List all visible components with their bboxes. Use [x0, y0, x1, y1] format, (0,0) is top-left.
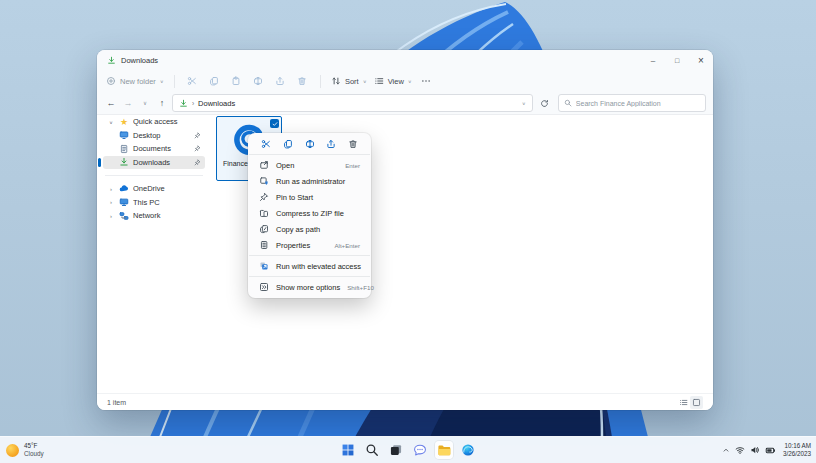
battery-icon[interactable]	[765, 445, 776, 456]
selection-checkbox[interactable]	[270, 119, 279, 128]
menu-item-show-more-options[interactable]: Show more options Shift+F10	[251, 279, 368, 295]
context-menu-quick-actions	[248, 136, 371, 152]
expand-chevron-icon[interactable]: ›	[107, 186, 115, 192]
address-input[interactable]: › Downloads ∨	[172, 94, 533, 112]
task-view-button[interactable]	[387, 441, 405, 459]
sidebar-item-quick-access[interactable]: ∨ ★ Quick access	[103, 115, 205, 129]
clock-date: 3/26/2023	[783, 450, 811, 458]
up-button[interactable]: ↑	[155, 96, 169, 111]
status-bar: 1 item	[97, 393, 713, 410]
menu-item-run-with-elevated-access[interactable]: Run with elevated access	[251, 258, 368, 274]
search-button[interactable]	[363, 441, 381, 459]
search-input[interactable]	[576, 100, 700, 107]
sidebar-item-documents[interactable]: Documents	[103, 142, 205, 156]
new-folder-button[interactable]: New folder ∨	[106, 76, 164, 86]
menu-separator	[249, 255, 370, 256]
wifi-icon[interactable]	[735, 445, 745, 455]
view-label: View	[388, 77, 404, 86]
expand-chevron-icon[interactable]: ›	[107, 199, 115, 205]
run-as-administrator-icon	[259, 176, 269, 186]
file-explorer-button[interactable]	[435, 441, 453, 459]
titlebar: Downloads – □ ×	[97, 50, 713, 70]
chat-button[interactable]	[411, 441, 429, 459]
downloads-icon	[107, 56, 116, 65]
view-button[interactable]: View ∨	[374, 76, 412, 86]
sidebar-item-downloads[interactable]: Downloads	[103, 156, 205, 170]
chevron-down-icon: ∨	[363, 79, 367, 84]
minimize-button[interactable]: –	[641, 50, 665, 70]
search-box	[558, 94, 706, 112]
navigation-pane: ∨ ★ Quick access Desktop Documents	[97, 115, 209, 394]
share-button[interactable]	[273, 74, 288, 89]
menu-item-open[interactable]: Open Enter	[251, 157, 368, 173]
menu-item-shortcut: Alt+Enter	[334, 242, 360, 249]
onedrive-icon	[119, 184, 129, 194]
copy-button[interactable]	[207, 74, 222, 89]
check-icon	[272, 121, 278, 127]
menu-item-label: Pin to Start	[276, 193, 313, 202]
sidebar-separator	[105, 175, 203, 176]
sort-button[interactable]: Sort ∨	[331, 76, 367, 86]
address-dropdown-icon[interactable]: ∨	[522, 101, 526, 106]
edge-button[interactable]	[459, 441, 477, 459]
expand-chevron-icon[interactable]: ›	[107, 213, 115, 219]
large-icons-view-icon	[692, 398, 701, 407]
sidebar-item-desktop[interactable]: Desktop	[103, 129, 205, 143]
menu-item-compress-to-zip[interactable]: Compress to ZIP file	[251, 205, 368, 221]
desktop-icon	[119, 130, 129, 140]
back-button[interactable]: ←	[104, 96, 118, 111]
forward-button[interactable]: →	[121, 96, 135, 111]
toolbar-separator	[174, 75, 175, 88]
sidebar-item-network[interactable]: › Network	[103, 209, 205, 223]
delete-icon	[297, 76, 307, 86]
context-menu: Open Enter Run as administrator Pin to S…	[248, 133, 371, 298]
speaker-icon[interactable]	[750, 445, 760, 455]
collapse-chevron-icon[interactable]: ∨	[107, 119, 115, 124]
close-button[interactable]: ×	[689, 50, 713, 70]
weather-widget[interactable]: 45°F Cloudy	[6, 442, 44, 457]
see-more-button[interactable]	[419, 74, 434, 89]
rename-button[interactable]	[304, 138, 316, 150]
menu-item-copy-as-path[interactable]: Copy as path	[251, 221, 368, 237]
cut-button[interactable]	[185, 74, 200, 89]
delete-button[interactable]	[347, 138, 359, 150]
compress-zip-icon	[259, 208, 269, 218]
show-hidden-icons-button[interactable]	[722, 446, 730, 454]
menu-item-label: Compress to ZIP file	[276, 209, 344, 218]
copy-icon	[209, 76, 219, 86]
menu-item-properties[interactable]: Properties Alt+Enter	[251, 237, 368, 253]
menu-separator	[249, 154, 370, 155]
copy-button[interactable]	[282, 138, 294, 150]
rename-button[interactable]	[251, 74, 266, 89]
start-button[interactable]	[339, 441, 357, 459]
paste-button[interactable]	[229, 74, 244, 89]
search-icon	[564, 99, 572, 107]
recent-locations-button[interactable]: ∨	[138, 96, 152, 111]
minimize-icon: –	[651, 56, 655, 65]
sidebar-item-this-pc[interactable]: › This PC	[103, 196, 205, 210]
details-view-button[interactable]	[677, 396, 690, 409]
cut-button[interactable]	[260, 138, 272, 150]
new-folder-icon	[106, 76, 116, 86]
sidebar-item-label: This PC	[133, 198, 201, 207]
share-button[interactable]	[325, 138, 337, 150]
sidebar-item-label: OneDrive	[133, 184, 201, 193]
file-explorer-icon	[437, 443, 451, 457]
menu-item-shortcut: Shift+F10	[347, 284, 374, 291]
delete-button[interactable]	[295, 74, 310, 89]
address-bar: ← → ∨ ↑ › Downloads ∨	[97, 92, 713, 115]
breadcrumb-chevron-icon: ›	[192, 100, 194, 107]
breadcrumb: Downloads	[198, 99, 235, 108]
close-icon: ×	[698, 55, 704, 66]
maximize-button[interactable]: □	[665, 50, 689, 70]
menu-item-pin-to-start[interactable]: Pin to Start	[251, 189, 368, 205]
menu-item-run-as-administrator[interactable]: Run as administrator	[251, 173, 368, 189]
properties-icon	[259, 240, 269, 250]
toolbar-separator	[320, 75, 321, 88]
sort-icon	[331, 76, 341, 86]
sidebar-item-label: Downloads	[133, 158, 190, 167]
refresh-button[interactable]	[538, 96, 552, 111]
large-icons-view-button[interactable]	[690, 396, 703, 409]
sidebar-item-onedrive[interactable]: › OneDrive	[103, 182, 205, 196]
clock-widget[interactable]: 10:16 AM 3/26/2023	[783, 442, 811, 457]
